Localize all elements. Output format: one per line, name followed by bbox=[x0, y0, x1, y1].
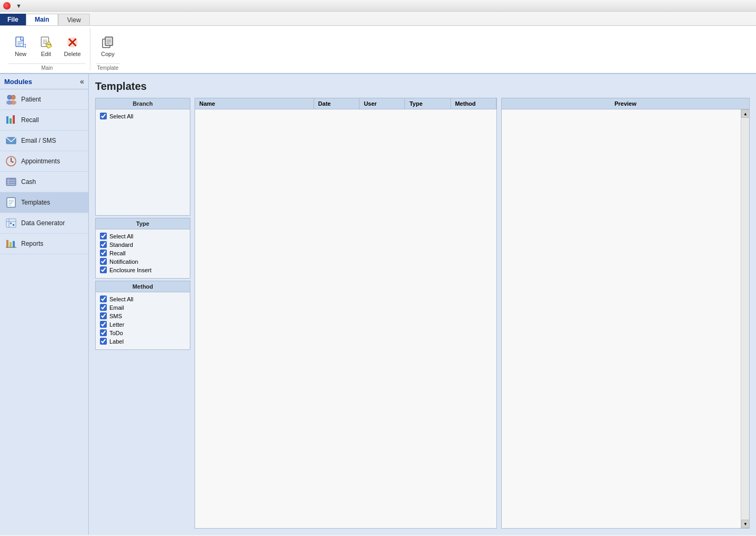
sidebar-item-appointments[interactable]: Appointments bbox=[0, 151, 88, 172]
quick-access-toolbar[interactable]: ▼ bbox=[16, 3, 22, 9]
ribbon-tabs: File Main View bbox=[0, 12, 756, 25]
sidebar-item-appointments-label: Appointments bbox=[21, 158, 60, 165]
main-layout: Modules « Patient R bbox=[0, 74, 756, 535]
sidebar-item-cash[interactable]: Cash bbox=[0, 172, 88, 192]
edit-button[interactable]: Edit bbox=[34, 32, 58, 60]
method-letter-row[interactable]: Letter bbox=[100, 321, 186, 328]
type-notification-row[interactable]: Notification bbox=[100, 258, 186, 265]
method-section: Method Select All Email SMS bbox=[95, 281, 190, 350]
method-body: Select All Email SMS Letter bbox=[96, 292, 190, 349]
type-enclosure-insert-checkbox[interactable] bbox=[100, 266, 107, 273]
method-sms-checkbox[interactable] bbox=[100, 312, 107, 319]
preview-header: Preview bbox=[502, 98, 749, 109]
type-notification-checkbox[interactable] bbox=[100, 258, 107, 265]
type-standard-checkbox[interactable] bbox=[100, 241, 107, 248]
sidebar-item-patient-label: Patient bbox=[21, 96, 41, 103]
sidebar-item-email-sms-label: Email / SMS bbox=[21, 137, 56, 144]
svg-rect-47 bbox=[13, 224, 14, 226]
method-todo-checkbox[interactable] bbox=[100, 329, 107, 336]
copy-button[interactable]: Copy bbox=[96, 32, 120, 60]
method-select-all-label: Select All bbox=[109, 296, 133, 302]
sidebar-header: Modules « bbox=[0, 74, 88, 89]
copy-label: Copy bbox=[101, 51, 115, 57]
method-email-label: Email bbox=[109, 304, 124, 311]
method-select-all-row[interactable]: Select All bbox=[100, 295, 186, 302]
sidebar-item-reports[interactable]: Reports bbox=[0, 234, 88, 254]
app-icon bbox=[3, 2, 11, 10]
type-standard-row[interactable]: Standard bbox=[100, 241, 186, 248]
svg-point-22 bbox=[11, 95, 15, 99]
col-user: User bbox=[359, 98, 405, 109]
method-email-checkbox[interactable] bbox=[100, 304, 107, 311]
preview-panel: Preview ▲ ▼ bbox=[501, 98, 750, 529]
tab-file[interactable]: File bbox=[0, 14, 26, 25]
col-date: Date bbox=[314, 98, 359, 109]
title-bar: ▼ bbox=[0, 0, 756, 12]
method-letter-checkbox[interactable] bbox=[100, 321, 107, 328]
col-method: Method bbox=[451, 98, 496, 109]
method-email-row[interactable]: Email bbox=[100, 304, 186, 311]
method-letter-label: Letter bbox=[109, 321, 124, 328]
sidebar-item-cash-label: Cash bbox=[21, 178, 36, 186]
reports-icon bbox=[5, 238, 17, 249]
tab-main[interactable]: Main bbox=[26, 14, 58, 25]
copy-icon bbox=[100, 35, 115, 50]
svg-rect-38 bbox=[7, 198, 15, 207]
type-enclosure-insert-label: Enclosure Insert bbox=[109, 267, 151, 273]
svg-rect-17 bbox=[105, 37, 113, 45]
svg-rect-50 bbox=[13, 241, 15, 247]
table-body bbox=[195, 109, 496, 528]
sidebar-item-templates[interactable]: Templates bbox=[0, 192, 88, 213]
method-todo-label: ToDo bbox=[109, 330, 123, 336]
sidebar-item-email-sms[interactable]: Email / SMS bbox=[0, 131, 88, 151]
svg-rect-46 bbox=[10, 223, 12, 224]
type-recall-label: Recall bbox=[109, 250, 126, 256]
method-label-row[interactable]: Label bbox=[100, 338, 186, 345]
ribbon-content: New Edit bbox=[0, 25, 756, 73]
templates-icon bbox=[5, 197, 17, 208]
method-select-all-checkbox[interactable] bbox=[100, 295, 107, 302]
svg-point-24 bbox=[10, 100, 16, 105]
sidebar-item-recall-label: Recall bbox=[21, 116, 39, 124]
tab-view[interactable]: View bbox=[58, 14, 90, 25]
method-sms-row[interactable]: SMS bbox=[100, 312, 186, 319]
new-button[interactable]: New bbox=[8, 32, 33, 60]
template-buttons: Copy bbox=[96, 28, 120, 63]
table-area: Name Date User Type Method bbox=[195, 98, 497, 529]
type-section: Type Select All Standard Recall bbox=[95, 218, 190, 279]
method-label-checkbox[interactable] bbox=[100, 338, 107, 345]
edit-icon bbox=[39, 35, 53, 50]
data-generator-icon bbox=[5, 217, 17, 229]
type-recall-checkbox[interactable] bbox=[100, 249, 107, 256]
type-select-all-checkbox[interactable] bbox=[100, 233, 107, 239]
type-enclosure-insert-row[interactable]: Enclosure Insert bbox=[100, 266, 186, 273]
branch-select-all-checkbox[interactable] bbox=[100, 113, 107, 119]
new-label: New bbox=[15, 51, 26, 57]
scrollbar-track bbox=[741, 118, 749, 520]
sidebar-item-data-generator-label: Data Generator bbox=[21, 219, 65, 227]
preview-body: ▲ ▼ bbox=[502, 109, 749, 528]
method-todo-row[interactable]: ToDo bbox=[100, 329, 186, 336]
cash-icon bbox=[5, 176, 17, 188]
branch-section: Branch Select All bbox=[95, 98, 190, 216]
branch-header: Branch bbox=[96, 98, 190, 109]
branch-select-all-row[interactable]: Select All bbox=[100, 113, 186, 119]
svg-rect-37 bbox=[8, 179, 9, 185]
delete-button[interactable]: Delete bbox=[59, 32, 86, 60]
svg-rect-26 bbox=[10, 118, 12, 124]
scrollbar-down-button[interactable]: ▼ bbox=[741, 520, 750, 528]
recall-icon bbox=[5, 114, 17, 126]
svg-rect-27 bbox=[13, 115, 15, 124]
preview-scrollbar[interactable]: ▲ ▼ bbox=[741, 109, 749, 528]
type-recall-row[interactable]: Recall bbox=[100, 249, 186, 256]
type-select-all-row[interactable]: Select All bbox=[100, 233, 186, 239]
sidebar-item-data-generator[interactable]: Data Generator bbox=[0, 213, 88, 234]
sidebar-item-recall[interactable]: Recall bbox=[0, 110, 88, 131]
scrollbar-up-button[interactable]: ▲ bbox=[741, 109, 750, 118]
sidebar-item-patient[interactable]: Patient bbox=[0, 89, 88, 110]
type-notification-label: Notification bbox=[109, 258, 138, 265]
ribbon: File Main View bbox=[0, 12, 756, 74]
svg-point-32 bbox=[11, 161, 12, 162]
type-standard-label: Standard bbox=[109, 242, 133, 248]
sidebar-collapse-button[interactable]: « bbox=[80, 77, 84, 86]
